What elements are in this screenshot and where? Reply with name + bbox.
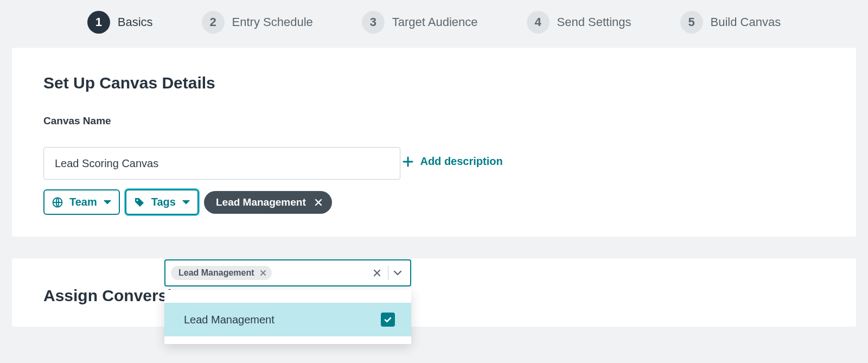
meta-pill-row: Team Tags Lead Management	[43, 189, 825, 215]
tag-chip-label: Lead Management	[216, 196, 306, 208]
step-basics[interactable]: 1 Basics	[87, 11, 153, 34]
step-number: 3	[362, 11, 385, 34]
canvas-name-input[interactable]	[43, 147, 400, 180]
conversion-events-card: Assign Conversion Events	[12, 258, 856, 327]
remove-token-icon[interactable]	[260, 270, 266, 276]
tags-combobox: Lead Management Lead Management	[164, 259, 411, 344]
tags-label: Tags	[151, 196, 176, 208]
tags-combobox-menu: Lead Management	[164, 290, 411, 344]
section-title: Set Up Canvas Details	[43, 74, 825, 92]
tags-dropdown[interactable]: Tags	[125, 189, 199, 215]
team-label: Team	[69, 196, 97, 208]
clear-icon[interactable]	[369, 269, 385, 277]
add-description-label: Add description	[420, 155, 502, 168]
section-title: Assign Conversion Events	[43, 284, 825, 305]
combobox-option[interactable]: Lead Management	[164, 303, 411, 336]
step-label: Target Audience	[392, 15, 478, 29]
step-label: Build Canvas	[711, 15, 781, 29]
canvas-details-card: Set Up Canvas Details Canvas Name Add de…	[12, 48, 856, 237]
combobox-option-label: Lead Management	[184, 314, 275, 326]
step-number: 1	[87, 11, 110, 34]
caret-down-icon	[104, 200, 111, 205]
step-number: 2	[202, 11, 225, 34]
step-target-audience[interactable]: 3 Target Audience	[362, 11, 478, 34]
step-entry-schedule[interactable]: 2 Entry Schedule	[202, 11, 313, 34]
caret-down-icon	[182, 200, 190, 205]
step-label: Basics	[118, 15, 153, 29]
step-build-canvas[interactable]: 5 Build Canvas	[680, 11, 781, 34]
combobox-token-label: Lead Management	[178, 268, 254, 278]
add-description-button[interactable]: Add description	[403, 155, 502, 168]
checkbox-checked-icon	[381, 313, 395, 327]
step-label: Send Settings	[557, 15, 631, 29]
step-number: 5	[680, 11, 703, 34]
plus-icon	[403, 156, 413, 167]
tag-chip: Lead Management	[204, 191, 332, 214]
tags-combobox-input[interactable]: Lead Management	[164, 259, 411, 286]
wizard-stepper: 1 Basics 2 Entry Schedule 3 Target Audie…	[0, 0, 868, 48]
step-number: 4	[527, 11, 550, 34]
remove-tag-icon[interactable]	[315, 199, 322, 206]
step-send-settings[interactable]: 4 Send Settings	[527, 11, 631, 34]
separator	[388, 266, 388, 280]
team-dropdown[interactable]: Team	[43, 189, 120, 215]
tag-icon	[134, 197, 145, 208]
svg-point-1	[136, 199, 138, 201]
canvas-name-label: Canvas Name	[43, 115, 825, 127]
chevron-down-icon[interactable]	[392, 269, 406, 277]
globe-icon	[52, 197, 63, 208]
step-label: Entry Schedule	[232, 15, 313, 29]
combobox-token: Lead Management	[171, 266, 272, 280]
